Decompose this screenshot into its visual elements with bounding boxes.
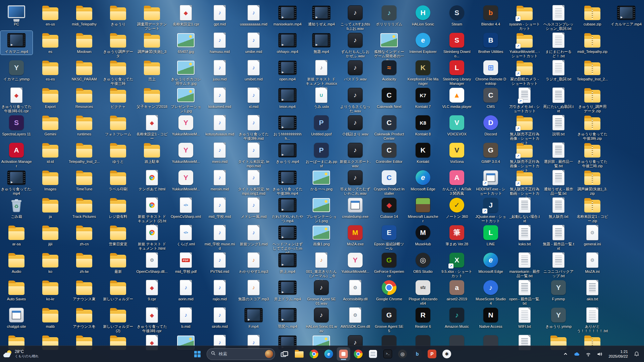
desktop-icon[interactable]: 調声練習(失敗)_3.zip	[576, 168, 608, 196]
desktop-icon[interactable]: ksks.txt	[508, 223, 541, 247]
desktop-icon[interactable]: ♪kotusytuaaus.mid	[204, 113, 236, 137]
taskbar-app-salmon[interactable]	[337, 347, 350, 361]
taskbar-task-view[interactable]	[278, 347, 291, 361]
desktop-icon[interactable]: Auto Saves	[0, 278, 33, 302]
desktop-icon[interactable]: ♪タイトル未設定, tempo.orig1.mid	[237, 168, 270, 196]
desktop-icon[interactable]: ♪ずんだもん_しおかぜふ.wav	[339, 31, 371, 59]
desktop-icon[interactable]: 画像1.png	[305, 223, 337, 247]
desktop-icon[interactable]: ♪きゅうり食ってた午後3時.mid	[237, 113, 270, 141]
desktop-icon[interactable]: Aかんたん！AITalk 3 関西風	[441, 168, 473, 196]
desktop-icon[interactable]: ♪sirofo.mid	[204, 306, 236, 329]
desktop-icon[interactable]: es-es	[34, 58, 66, 82]
desktop-icon[interactable]: ♪小銭詰まり.wav	[339, 113, 371, 137]
desktop-icon[interactable]: eMicrosoft Edge	[475, 251, 507, 275]
desktop-icon[interactable]: ♪rajio.mid	[204, 278, 236, 302]
desktop-icon[interactable]: _起動しない場合.txt	[508, 196, 541, 224]
desktop-icon[interactable]: ♪uaaaaaaaaa.mid	[237, 3, 270, 27]
desktop-icon[interactable]: Google Chrome	[373, 278, 405, 302]
start-button[interactable]	[191, 347, 204, 361]
desktop-icon[interactable]: J↗JQuake.exe - ショートカット	[475, 196, 507, 224]
desktop-icon[interactable]: 65407.jpg	[170, 31, 202, 55]
desktop-icon[interactable]: ⚙OpenCvSharp.dll...	[136, 251, 168, 275]
volume-icon[interactable]	[594, 347, 605, 361]
desktop-icon[interactable]: ↗万引きメモ.txt - ショートカット	[508, 86, 541, 114]
desktop-icon[interactable]: </>OpenCvSharp.xml	[170, 196, 202, 220]
desktop-icon[interactable]: ♪mid_学校 muse.mid	[204, 223, 236, 251]
desktop-icon[interactable]: 新規 テキスト ドキュメント.html	[136, 223, 168, 251]
desktop-icon[interactable]: VVoiSona	[441, 141, 473, 165]
desktop-icon[interactable]: 新しいフォルダー	[102, 278, 134, 302]
desktop-icon[interactable]: F.mp4	[237, 306, 270, 329]
desktop-icon[interactable]: 井上.mp4	[271, 251, 304, 275]
desktop-icon[interactable]: VVOICEVOX	[441, 113, 473, 137]
desktop-icon[interactable]: ♪よりうるさくなった.wav	[339, 86, 371, 114]
taskbar-file-explorer[interactable]	[292, 347, 306, 361]
desktop-icon[interactable]: 筆筆まめ Ver.28	[441, 223, 473, 247]
desktop-icon[interactable]: Pおーばーまにあ.ppsf	[305, 141, 337, 169]
desktop-icon[interactable]: Yイカマニ.ymmp	[0, 58, 33, 82]
desktop-icon[interactable]: 羽尻へ.mp4	[271, 306, 304, 329]
desktop-icon[interactable]: CCakewalk Product Center	[373, 113, 405, 141]
desktop-icon[interactable]: 説明.txt	[542, 113, 575, 137]
desktop-icon[interactable]: SSteinberg Downlo...	[441, 31, 473, 59]
desktop-icon[interactable]: KKeepforest File Manager	[407, 58, 439, 86]
desktop-icon[interactable]: ♪kiokumed.mid	[204, 86, 236, 110]
weather-widget[interactable]: 28°C くもりのち晴れ	[3, 346, 39, 362]
desktop-icon[interactable]: レジ袋有料	[102, 196, 134, 220]
desktop-icon[interactable]: 無人販売.txt	[542, 196, 575, 220]
desktop-icon[interactable]: ♪umibe.mid	[237, 31, 270, 55]
desktop-icon[interactable]: Audio	[0, 251, 33, 275]
taskbar-search[interactable]	[207, 348, 275, 360]
taskbar-edge[interactable]: e	[322, 347, 335, 361]
desktop-icon[interactable]: アナウンス冬	[68, 306, 100, 329]
desktop-icon[interactable]: TimeTune	[68, 168, 100, 192]
desktop-icon[interactable]: AActivation Manager	[0, 141, 33, 169]
desktop-icon[interactable]: NNative Access	[475, 306, 507, 329]
desktop-icon[interactable]: ♪gpt.mid	[204, 3, 236, 27]
desktop-icon[interactable]: ラベル印刷	[102, 168, 134, 192]
desktop-icon[interactable]: 名称未設定1 - コピー.zip	[576, 196, 608, 224]
desktop-icon[interactable]: GGroove Agent SE 5	[373, 306, 405, 334]
desktop-icon[interactable]: bBlender 4.4	[475, 3, 507, 27]
taskbar-notes[interactable]	[366, 347, 380, 361]
desktop-icon[interactable]: ♻ごみ箱	[0, 196, 33, 220]
desktop-icon[interactable]: zh-cn	[68, 223, 100, 247]
taskbar-chatgpt[interactable]: ✱	[440, 347, 453, 361]
desktop-icon[interactable]: 無題 - 親作品一覧.txt	[542, 223, 575, 251]
desktop-icon[interactable]: Export	[34, 86, 66, 110]
desktop-icon[interactable]: PUntitled.ppsf	[305, 113, 337, 137]
desktop-icon[interactable]: YYukkuriMovieM...	[339, 251, 371, 275]
desktop-icon[interactable]: MMoZA.exe	[339, 223, 371, 247]
desktop-icon[interactable]: Track Pictures	[68, 196, 100, 220]
desktop-icon[interactable]: ♪MuseScore Studio 4	[475, 278, 507, 306]
desktop-icon[interactable]: aairset2-2019	[441, 278, 473, 302]
desktop-icon[interactable]: ♪無題のスコア.mp3	[237, 278, 270, 302]
onedrive-cloud-icon[interactable]	[572, 347, 582, 361]
desktop-icon[interactable]: K7Kontakt 7	[407, 86, 439, 110]
desktop-icon[interactable]: YYukkuriMovieM...	[170, 113, 202, 137]
desktop-icon[interactable]: Telepathy_Inst_2...	[68, 141, 100, 165]
desktop-icon[interactable]: cubase.zip	[576, 3, 608, 27]
desktop-icon[interactable]: open.mp4	[271, 58, 304, 82]
desktop-icon[interactable]: DDiscord	[475, 113, 507, 137]
desktop-icon[interactable]: CCakewalk Next	[373, 86, 405, 110]
desktop-icon[interactable]: きゅうり食ってた午後3時.zip	[576, 113, 608, 141]
desktop-icon[interactable]: きゅうり食ってた午後3時.mp4	[271, 168, 304, 196]
desktop-icon[interactable]: ♪meroin.mid	[204, 168, 236, 192]
desktop-icon[interactable]: ar-sa	[0, 223, 33, 247]
desktop-icon[interactable]: イカマニ.mp4	[0, 31, 33, 55]
desktop-icon[interactable]: ↗家の防犯カメラ - ショートカット	[508, 58, 541, 86]
desktop-icon[interactable]: ピクチャ	[102, 86, 134, 110]
desktop-icon[interactable]: zh-tw	[68, 251, 100, 275]
desktop-icon[interactable]: sfzPlogue sforzando x64	[407, 278, 439, 306]
desktop-icon[interactable]: イカルマニア.mp4	[610, 3, 642, 27]
desktop-icon[interactable]: chatgpt-site	[0, 306, 33, 329]
desktop-icon[interactable]: ⚙Accessibility.dll	[339, 278, 371, 302]
desktop-icon[interactable]: ◆9.cpr	[136, 278, 168, 302]
desktop-icon[interactable]: midi_Telepathy	[68, 3, 100, 27]
search-input[interactable]	[218, 351, 263, 357]
desktop-icon[interactable]: PDFmid_学校.pdf	[170, 251, 202, 275]
desktop-icon[interactable]: ♪バスドラ.wav	[339, 58, 371, 82]
desktop-icon[interactable]: Uうみ.ustx	[305, 86, 337, 110]
desktop-icon[interactable]: プレゼンテーション1.jpg	[170, 86, 202, 114]
